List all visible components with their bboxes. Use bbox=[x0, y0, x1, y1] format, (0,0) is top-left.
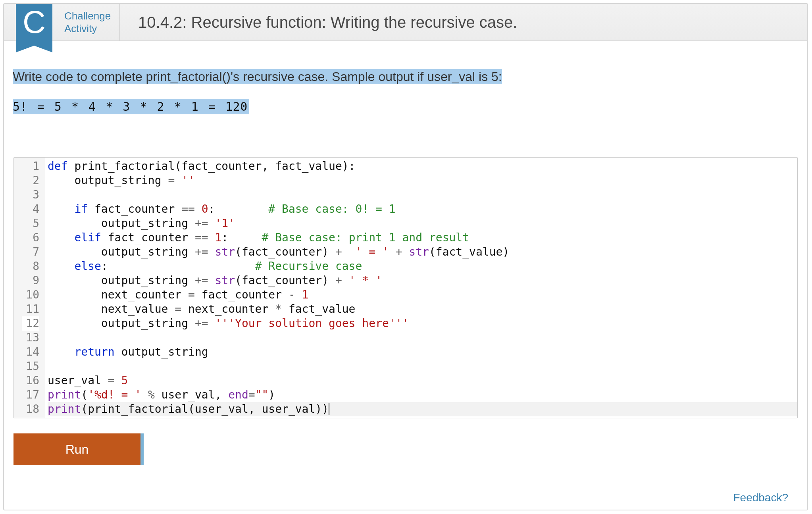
line-number: 9 bbox=[22, 273, 39, 288]
line-number: 6 bbox=[22, 231, 39, 245]
line-number: 10 bbox=[22, 288, 39, 302]
sample-output: 5! = 5 * 4 * 3 * 2 * 1 = 120 bbox=[13, 99, 249, 114]
activity-title: 10.4.2: Recursive function: Writing the … bbox=[120, 4, 807, 40]
code-line[interactable]: next_counter = fact_counter - 1 bbox=[48, 288, 797, 302]
text-cursor bbox=[329, 403, 329, 415]
line-number: 3 bbox=[22, 188, 39, 202]
line-number: 2 bbox=[22, 173, 39, 188]
line-number: 18 bbox=[22, 402, 39, 416]
run-button-wrap: Run bbox=[13, 433, 807, 465]
feedback-link[interactable]: Feedback? bbox=[733, 491, 788, 504]
line-number: 12 bbox=[22, 316, 39, 331]
code-line[interactable] bbox=[48, 188, 797, 202]
code-line[interactable]: output_string += '1' bbox=[48, 216, 797, 231]
line-number: 17 bbox=[22, 388, 39, 402]
line-number-gutter: 123456789101112131415161718 bbox=[14, 158, 44, 418]
code-line[interactable]: next_value = next_counter * fact_value bbox=[48, 302, 797, 316]
code-line[interactable]: user_val = 5 bbox=[48, 373, 797, 388]
prompt-text: Write code to complete print_factorial()… bbox=[13, 69, 502, 84]
code-line[interactable]: print(print_factorial(user_val, user_val… bbox=[48, 402, 797, 416]
challenge-badge: C bbox=[16, 4, 52, 52]
code-line[interactable]: if fact_counter == 0: # Base case: 0! = … bbox=[48, 202, 797, 216]
run-button[interactable]: Run bbox=[13, 433, 140, 465]
line-number: 13 bbox=[22, 331, 39, 345]
line-number: 15 bbox=[22, 359, 39, 373]
code-line[interactable]: else: # Recursive case bbox=[48, 259, 797, 273]
challenge-label: Challenge Activity bbox=[60, 4, 120, 40]
code-line[interactable]: output_string = '' bbox=[48, 173, 797, 188]
line-number: 5 bbox=[22, 216, 39, 231]
line-number: 8 bbox=[22, 259, 39, 273]
header-bar: C Challenge Activity 10.4.2: Recursive f… bbox=[4, 4, 807, 41]
badge-letter: C bbox=[23, 4, 46, 40]
code-line[interactable] bbox=[48, 331, 797, 345]
code-line[interactable]: output_string += str(fact_counter) + ' =… bbox=[48, 245, 797, 259]
prompt-area: Write code to complete print_factorial()… bbox=[4, 41, 807, 114]
code-line[interactable]: def print_factorial(fact_counter, fact_v… bbox=[48, 159, 797, 173]
code-line[interactable]: print('%d! = ' % user_val, end="") bbox=[48, 388, 797, 402]
activity-container: C Challenge Activity 10.4.2: Recursive f… bbox=[3, 3, 808, 510]
challenge-label-line2: Activity bbox=[64, 22, 111, 35]
line-number: 1 bbox=[22, 159, 39, 173]
code-line[interactable]: output_string += str(fact_counter) + ' *… bbox=[48, 273, 797, 288]
code-line[interactable]: output_string += '''Your solution goes h… bbox=[48, 316, 797, 331]
code-area[interactable]: def print_factorial(fact_counter, fact_v… bbox=[44, 158, 797, 418]
line-number: 11 bbox=[22, 302, 39, 316]
challenge-label-line1: Challenge bbox=[64, 10, 111, 22]
code-line[interactable]: elif fact_counter == 1: # Base case: pri… bbox=[48, 231, 797, 245]
line-number: 14 bbox=[22, 345, 39, 359]
code-line[interactable]: return output_string bbox=[48, 345, 797, 359]
run-accent bbox=[140, 433, 144, 465]
line-number: 4 bbox=[22, 202, 39, 216]
code-editor[interactable]: 123456789101112131415161718 def print_fa… bbox=[13, 157, 798, 418]
line-number: 16 bbox=[22, 373, 39, 388]
line-number: 7 bbox=[22, 245, 39, 259]
code-line[interactable] bbox=[48, 359, 797, 373]
